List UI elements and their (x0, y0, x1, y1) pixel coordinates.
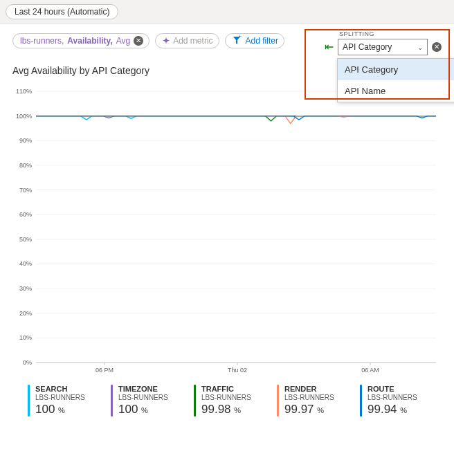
svg-text:06 PM: 06 PM (96, 367, 113, 374)
dropdown-option-api-name[interactable]: API Name (338, 80, 454, 102)
legend-sub: LBS-RUNNERS (201, 394, 251, 402)
chart-area: 0%10%20%30%40%50%60%70%80%90%100%110%06 … (12, 89, 442, 379)
splitting-dropdown: API Category API Name (337, 58, 454, 102)
legend-value: 100 % (35, 403, 85, 416)
legend-name: TRAFFIC (201, 385, 251, 394)
svg-text:100%: 100% (16, 113, 32, 120)
legend-value: 99.94 % (367, 403, 417, 416)
splitting-selected: API Category (343, 42, 392, 52)
legend-value: 99.98 % (201, 403, 251, 416)
svg-text:80%: 80% (19, 162, 32, 169)
legend-item[interactable]: ROUTELBS-RUNNERS99.94 % (360, 385, 442, 416)
dropdown-option-api-category[interactable]: API Category (338, 59, 454, 80)
toolbar: Last 24 hours (Automatic) (0, 0, 454, 24)
svg-text:0%: 0% (23, 359, 32, 366)
svg-text:10%: 10% (19, 334, 32, 341)
svg-text:110%: 110% (16, 89, 32, 95)
svg-text:Thu 02: Thu 02 (228, 367, 247, 374)
svg-text:90%: 90% (19, 137, 32, 144)
svg-text:30%: 30% (19, 285, 32, 292)
legend-sub: LBS-RUNNERS (367, 394, 417, 402)
legend-color-bar (28, 385, 30, 416)
add-metric-button[interactable]: ✦ Add metric (155, 33, 219, 48)
svg-text:20%: 20% (19, 310, 32, 317)
splitting-select[interactable]: API Category ⌄ (338, 39, 428, 55)
splitting-label: SPLITTING (338, 30, 442, 37)
chart-svg: 0%10%20%30%40%50%60%70%80%90%100%110%06 … (12, 89, 442, 379)
legend-sub: LBS-RUNNERS (284, 394, 334, 402)
svg-text:60%: 60% (19, 211, 32, 218)
remove-metric-icon[interactable]: ✕ (134, 36, 143, 46)
legend-item[interactable]: TIMEZONELBS-RUNNERS100 % (111, 385, 192, 416)
legend-color-bar (194, 385, 196, 416)
add-filter-button[interactable]: + Add filter (225, 33, 284, 48)
remove-splitting-icon[interactable]: ✕ (432, 42, 442, 52)
legend-value: 99.97 % (284, 403, 334, 416)
legend-sub: LBS-RUNNERS (118, 394, 168, 402)
svg-text:70%: 70% (19, 187, 32, 194)
legend-color-bar (360, 385, 362, 416)
svg-text:50%: 50% (19, 236, 32, 243)
legend-color-bar (111, 385, 113, 416)
funnel-plus-icon: + (239, 33, 242, 39)
add-filter-label: Add filter (246, 36, 278, 46)
svg-text:40%: 40% (19, 260, 32, 267)
chevron-down-icon: ⌄ (417, 44, 423, 51)
time-range-label: Last 24 hours (Automatic) (15, 7, 109, 17)
add-metric-label: Add metric (173, 36, 212, 46)
metric-name: Availability, (67, 36, 112, 46)
legend-item[interactable]: SEARCHLBS-RUNNERS100 % (28, 385, 109, 416)
legend-sub: LBS-RUNNERS (35, 394, 85, 402)
legend-item[interactable]: RENDERLBS-RUNNERS99.97 % (277, 385, 358, 416)
metric-resource: lbs-runners, (20, 36, 64, 46)
arrow-left-icon[interactable]: ⇤ (325, 42, 334, 53)
legend-name: ROUTE (367, 385, 417, 394)
legend-color-bar (277, 385, 279, 416)
time-range-button[interactable]: Last 24 hours (Automatic) (6, 4, 118, 19)
splitting-block: ⇤ SPLITTING API Category ⌄ ✕ API Categor… (320, 30, 446, 55)
legend-row: SEARCHLBS-RUNNERS100 %TIMEZONELBS-RUNNER… (0, 379, 454, 421)
legend-item[interactable]: TRAFFICLBS-RUNNERS99.98 % (194, 385, 275, 416)
legend-name: TIMEZONE (118, 385, 168, 394)
svg-text:06 AM: 06 AM (361, 367, 379, 374)
metric-pill[interactable]: lbs-runners, Availability, Avg ✕ (12, 33, 149, 48)
metric-aggregation: Avg (116, 36, 130, 46)
plus-icon: ✦ (163, 36, 170, 46)
legend-name: SEARCH (35, 385, 85, 394)
legend-name: RENDER (284, 385, 334, 394)
legend-value: 100 % (118, 403, 168, 416)
